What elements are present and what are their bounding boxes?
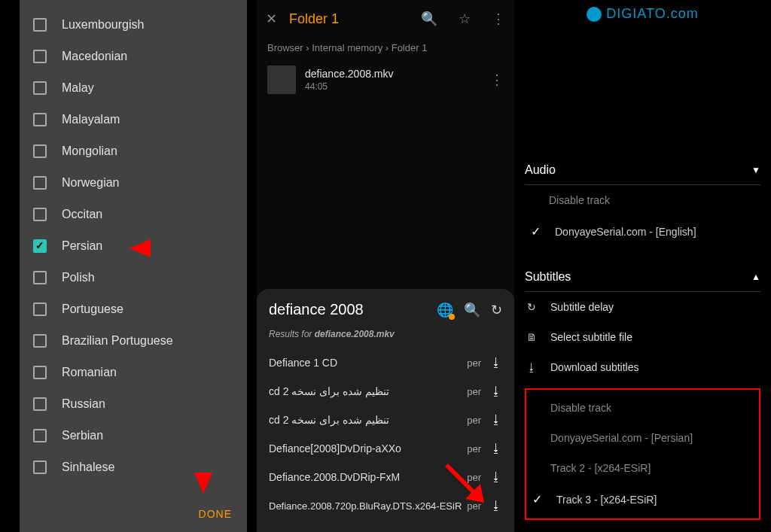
folder-title: Folder 1 [289, 11, 400, 27]
download-icon[interactable]: ⭳ [490, 356, 502, 369]
search-query[interactable]: defiance 2008 [269, 301, 426, 318]
result-lang: per [467, 443, 481, 454]
subtitles-header[interactable]: Subtitles ▲ [525, 263, 760, 292]
search-icon[interactable]: 🔍 [464, 302, 480, 318]
results-header: Results for defiance.2008.mkv [269, 329, 502, 339]
language-label: Brazilian Portuguese [62, 334, 173, 348]
chevron-up-icon: ▲ [751, 272, 760, 282]
check-icon: ✓ [531, 224, 543, 239]
checkbox-icon[interactable] [33, 113, 47, 126]
language-label: Persian [62, 239, 102, 253]
subtitle-track-selected[interactable]: ✓Track 3 - [x264-ESiR] [526, 483, 759, 515]
file-row[interactable]: defiance.2008.mkv 44:05 ⋮ [257, 58, 514, 102]
download-icon[interactable]: ⭳ [490, 413, 502, 427]
download-icon[interactable]: ⭳ [490, 442, 502, 455]
language-item[interactable]: Romanian [20, 357, 247, 388]
language-item[interactable]: Mongolian [20, 135, 247, 167]
checkbox-icon[interactable] [33, 397, 47, 411]
audio-header[interactable]: Audio ▼ [525, 156, 760, 185]
language-item[interactable]: Macedonian [20, 41, 247, 72]
language-item[interactable]: Occitan [20, 199, 247, 230]
language-label: Macedonian [62, 50, 127, 63]
checkbox-icon[interactable] [33, 81, 47, 95]
file-duration: 44:05 [305, 81, 481, 92]
done-button[interactable]: DONE [20, 496, 247, 532]
language-item[interactable]: Luxembourgish [20, 9, 247, 41]
subtitles-label: Subtitles [525, 270, 571, 284]
download-icon[interactable]: ⭳ [490, 470, 502, 484]
language-label: Portuguese [62, 302, 123, 316]
search-icon[interactable]: 🔍 [421, 11, 437, 27]
language-item[interactable]: Polish [20, 262, 247, 293]
checkbox-checked-icon[interactable] [33, 239, 47, 253]
subtitle-result[interactable]: cd تنظیم شده برای نسخه 2per⭳ [269, 406, 502, 434]
globe-icon[interactable]: 🌐 [437, 302, 453, 318]
checkbox-icon[interactable] [33, 50, 47, 63]
subtitle-track[interactable]: Track 2 - [x264-ESiR] [526, 453, 759, 483]
language-item[interactable]: Brazilian Portuguese [20, 325, 247, 357]
language-item[interactable]: Norwegian [20, 167, 247, 199]
language-item[interactable]: Portuguese [20, 293, 247, 325]
download-subtitles[interactable]: ⭳Download subtitles [525, 352, 760, 382]
checkbox-icon[interactable] [33, 429, 47, 442]
annotation-arrow-icon [188, 427, 218, 495]
checkbox-icon[interactable] [33, 334, 47, 348]
select-subtitle-file[interactable]: 🗎Select subtitle file [525, 322, 760, 352]
language-item[interactable]: Malayalam [20, 104, 247, 135]
audio-disable[interactable]: Disable track [525, 185, 760, 215]
checkbox-icon[interactable] [33, 302, 47, 316]
subtitle-delay[interactable]: ↻Subtitle delay [525, 292, 760, 322]
tracks-panel: DIGIATO.com Audio ▼ Disable track ✓Donya… [514, 0, 771, 532]
subtitle-tracks-highlight: Disable track DonyayeSerial.com - [Persi… [525, 388, 760, 520]
checkbox-icon[interactable] [33, 208, 47, 221]
history-icon[interactable]: ↻ [491, 302, 502, 318]
subtitle-track[interactable]: DonyayeSerial.com - [Persian] [526, 423, 759, 453]
browser-header: ✕ Folder 1 🔍 ☆ ⋮ [257, 0, 514, 38]
language-item[interactable]: Russian [20, 388, 247, 420]
checkbox-icon[interactable] [33, 461, 47, 474]
result-lang: per [467, 415, 481, 426]
language-label: Mongolian [62, 144, 117, 158]
logo: DIGIATO.com [514, 0, 771, 28]
browser-panel: ✕ Folder 1 🔍 ☆ ⋮ Browser › Internal memo… [257, 0, 514, 532]
audio-track[interactable]: ✓DonyayeSerial.com - [English] [525, 215, 760, 248]
checkbox-icon[interactable] [33, 144, 47, 158]
subtitle-disable[interactable]: Disable track [526, 393, 759, 423]
audio-label: Audio [525, 163, 556, 177]
download-icon[interactable]: ⭳ [490, 385, 502, 398]
close-icon[interactable]: ✕ [266, 11, 277, 27]
language-label: Malayalam [62, 113, 120, 126]
result-name: cd تنظیم شده برای نسخه 2 [269, 414, 467, 426]
language-panel: Luxembourgish Macedonian Malay Malayalam… [0, 0, 257, 532]
result-lang: per [467, 357, 481, 369]
audio-section: Audio ▼ Disable track ✓DonyayeSerial.com… [514, 156, 771, 248]
result-lang: per [467, 386, 481, 397]
logo-icon [587, 7, 602, 22]
thumbnail [267, 65, 296, 94]
logo-text: DIGIATO.com [606, 6, 698, 22]
more-icon[interactable]: ⋮ [490, 71, 504, 88]
star-icon[interactable]: ☆ [459, 11, 471, 27]
file-name: defiance.2008.mkv [305, 68, 481, 80]
checkbox-icon[interactable] [33, 176, 47, 190]
checkbox-icon[interactable] [33, 18, 47, 32]
download-icon: ⭳ [525, 361, 538, 373]
annotation-arrow-icon [437, 459, 490, 512]
annotation-arrow-icon [128, 233, 196, 263]
language-label: Russian [62, 397, 105, 411]
download-icon[interactable]: ⭳ [490, 499, 502, 512]
result-name: cd تنظیم شده برای نسخه 2 [269, 385, 467, 397]
file-icon: 🗎 [525, 331, 538, 343]
subtitle-result[interactable]: Defiance 1 CDper⭳ [269, 348, 502, 377]
checkbox-icon[interactable] [33, 366, 47, 379]
language-label: Norwegian [62, 176, 119, 190]
result-name: Defiance[2008]DvDrip-aXXo [269, 442, 467, 454]
language-item[interactable]: Malay [20, 72, 247, 104]
file-info: defiance.2008.mkv 44:05 [305, 68, 481, 92]
language-label: Luxembourgish [62, 18, 144, 32]
subtitle-search-bar: defiance 2008 🌐 🔍 ↻ [269, 301, 502, 318]
checkbox-icon[interactable] [33, 271, 47, 284]
breadcrumb[interactable]: Browser › Internal memory › Folder 1 [257, 38, 514, 58]
more-icon[interactable]: ⋮ [492, 11, 505, 27]
subtitle-result[interactable]: cd تنظیم شده برای نسخه 2per⭳ [269, 377, 502, 406]
